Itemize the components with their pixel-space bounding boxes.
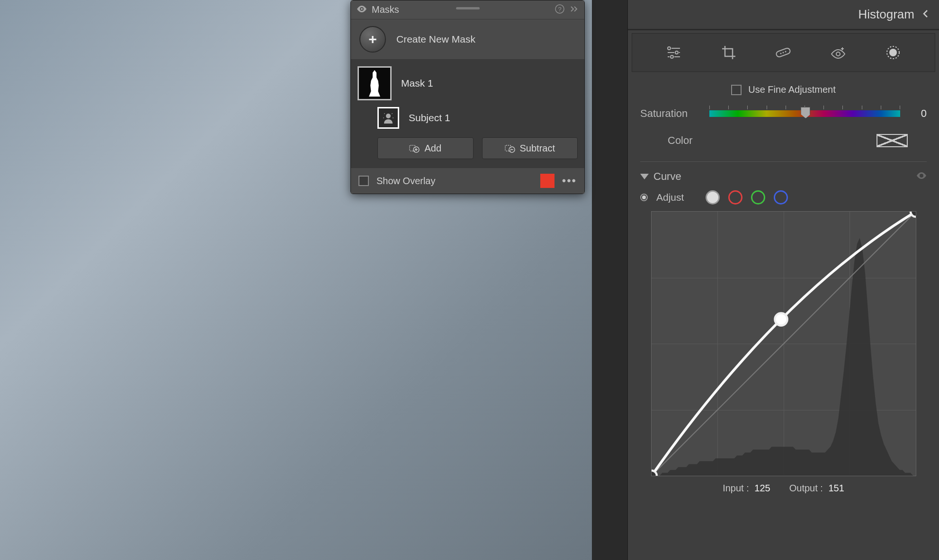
svg-point-18 xyxy=(785,51,787,53)
color-label: Color xyxy=(668,134,693,147)
add-label: Add xyxy=(424,143,441,154)
eye-icon[interactable] xyxy=(916,172,927,181)
svg-point-6 xyxy=(383,117,384,118)
curve-header[interactable]: Curve xyxy=(640,170,927,183)
color-swatch[interactable] xyxy=(876,134,908,147)
curve-line[interactable] xyxy=(652,212,916,476)
edit-tool-icon[interactable] xyxy=(663,42,684,63)
output-value: 151 xyxy=(828,483,844,493)
fine-adjustment-row: Use Fine Adjustment xyxy=(640,84,927,95)
crop-tool-icon[interactable] xyxy=(718,42,739,63)
curve-editor[interactable] xyxy=(651,211,916,476)
svg-point-12 xyxy=(668,47,671,50)
mask-component[interactable]: Subject 1 xyxy=(377,107,578,129)
disclosure-triangle-icon[interactable] xyxy=(640,174,649,179)
saturation-label: Saturation xyxy=(640,107,702,120)
help-icon[interactable]: ? xyxy=(555,4,564,16)
add-button[interactable]: Add xyxy=(377,137,474,159)
slider-thumb[interactable] xyxy=(801,107,810,118)
adjustments-body: Use Fine Adjustment Saturation 0 Color C… xyxy=(628,75,939,503)
svg-point-3 xyxy=(386,114,391,118)
masks-list: Mask 1 Subject 1 Add Subtract xyxy=(351,60,584,168)
color-row: Color xyxy=(640,134,927,147)
channel-blue[interactable] xyxy=(774,190,788,204)
collapse-icon[interactable] xyxy=(570,6,579,14)
mask-actions: Add Subtract xyxy=(377,137,578,159)
channel-green[interactable] xyxy=(751,190,765,204)
svg-point-21 xyxy=(889,49,897,56)
collapse-left-icon[interactable] xyxy=(922,9,929,20)
toolstrip xyxy=(632,33,935,72)
subtract-icon xyxy=(505,143,515,153)
svg-point-14 xyxy=(671,55,673,58)
svg-point-7 xyxy=(393,117,393,118)
mask-thumbnail[interactable] xyxy=(358,66,392,100)
show-overlay-label: Show Overlay xyxy=(376,176,436,187)
svg-point-24 xyxy=(775,313,787,325)
svg-point-4 xyxy=(384,113,385,114)
drag-handle[interactable] xyxy=(456,7,480,9)
fine-adjustment-checkbox[interactable] xyxy=(731,85,742,95)
masks-panel: Masks ? + Create New Mask Mask 1 Subject… xyxy=(350,0,585,194)
svg-point-17 xyxy=(783,52,784,53)
output-label: Output : xyxy=(789,483,823,493)
subject-thumbnail[interactable] xyxy=(377,107,399,129)
overlay-color-swatch[interactable] xyxy=(540,174,554,188)
svg-rect-8 xyxy=(410,145,415,151)
create-mask-row[interactable]: + Create New Mask xyxy=(351,19,584,60)
subtract-label: Subtract xyxy=(520,143,555,154)
subject-name: Subject 1 xyxy=(409,112,450,124)
subtract-button[interactable]: Subtract xyxy=(482,137,578,159)
svg-text:?: ? xyxy=(558,6,561,13)
saturation-value[interactable]: 0 xyxy=(908,107,927,120)
masks-title: Masks xyxy=(372,4,399,15)
channel-luminance[interactable] xyxy=(706,190,720,204)
show-overlay-checkbox[interactable] xyxy=(358,176,369,186)
svg-point-0 xyxy=(361,8,363,10)
adjust-label: Adjust xyxy=(656,192,684,203)
create-mask-button[interactable]: + xyxy=(359,26,386,53)
saturation-slider[interactable] xyxy=(709,110,900,117)
silhouette-icon xyxy=(367,70,383,97)
svg-point-19 xyxy=(836,52,840,56)
mask-item[interactable]: Mask 1 xyxy=(358,66,578,100)
input-value: 125 xyxy=(754,483,770,493)
histogram-header[interactable]: Histogram xyxy=(628,0,939,30)
add-icon xyxy=(409,143,420,153)
adjust-row: Adjust xyxy=(640,190,927,204)
svg-point-16 xyxy=(780,53,782,54)
histogram-title: Histogram xyxy=(859,7,914,22)
svg-line-22 xyxy=(652,212,916,476)
redeye-tool-icon[interactable] xyxy=(828,42,849,63)
curve-readout: Input : 125 Output : 151 xyxy=(640,483,927,494)
adjust-radio[interactable] xyxy=(640,194,648,201)
saturation-row: Saturation 0 xyxy=(640,107,927,120)
eye-icon[interactable] xyxy=(357,6,367,14)
masking-tool-icon[interactable] xyxy=(883,42,903,63)
create-mask-label: Create New Mask xyxy=(396,34,475,45)
right-panel: Histogram Use Fine Adjustment Saturation… xyxy=(627,0,939,560)
curve-title: Curve xyxy=(653,170,681,183)
svg-point-5 xyxy=(392,113,393,114)
channel-red[interactable] xyxy=(728,190,742,204)
healing-tool-icon[interactable] xyxy=(773,42,794,63)
svg-rect-10 xyxy=(505,145,511,151)
masks-footer: Show Overlay ••• xyxy=(351,168,584,194)
input-label: Input : xyxy=(723,483,749,493)
svg-point-13 xyxy=(675,51,678,54)
fine-adjustment-label: Use Fine Adjustment xyxy=(748,84,836,95)
masks-panel-header[interactable]: Masks ? xyxy=(351,0,584,19)
more-icon[interactable]: ••• xyxy=(562,174,577,187)
mask-name: Mask 1 xyxy=(401,78,433,89)
curve-section: Curve Adjust xyxy=(640,161,927,494)
